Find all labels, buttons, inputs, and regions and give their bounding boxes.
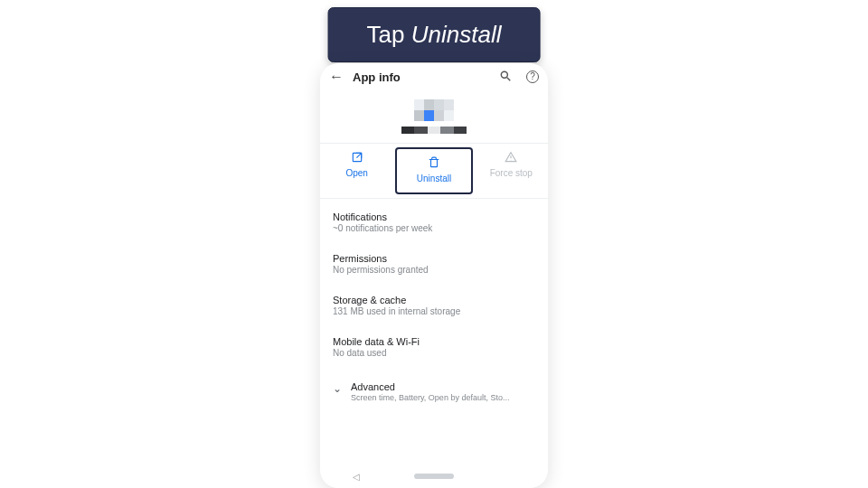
instruction-prefix: Tap	[367, 21, 411, 48]
svg-line-3	[356, 153, 361, 157]
advanced-item[interactable]: ⌄ Advanced Screen time, Battery, Open by…	[320, 372, 548, 411]
notifications-sub: ~0 notifications per week	[333, 223, 535, 233]
advanced-title: Advanced	[351, 381, 509, 392]
permissions-sub: No permissions granted	[333, 265, 535, 275]
search-icon[interactable]	[499, 70, 512, 85]
app-icon	[414, 99, 454, 121]
data-sub: No data used	[333, 348, 535, 358]
data-item[interactable]: Mobile data & Wi-Fi No data used	[333, 327, 535, 369]
instruction-banner: Tap Uninstall	[328, 7, 541, 62]
instruction-action: Uninstall	[411, 21, 502, 48]
settings-list: Notifications ~0 notifications per week …	[320, 199, 548, 372]
uninstall-label: Uninstall	[417, 174, 451, 183]
permissions-title: Permissions	[333, 253, 535, 264]
action-row: Open Uninstall Force stop	[320, 144, 548, 199]
svg-rect-4	[430, 160, 437, 167]
warning-icon	[476, 151, 546, 166]
open-button[interactable]: Open	[320, 144, 393, 198]
nav-back-icon[interactable]: ◁	[353, 472, 360, 482]
back-arrow-icon[interactable]: ←	[329, 69, 344, 85]
force-stop-label: Force stop	[490, 168, 533, 178]
open-icon	[322, 151, 392, 166]
notifications-title: Notifications	[333, 211, 535, 222]
app-bar: ← App info ?	[320, 63, 548, 92]
advanced-sub: Screen time, Battery, Open by default, S…	[351, 393, 509, 402]
help-icon[interactable]: ?	[526, 70, 539, 83]
data-title: Mobile data & Wi-Fi	[333, 336, 535, 347]
trash-icon	[399, 156, 468, 172]
open-label: Open	[345, 168, 367, 178]
nav-home-pill[interactable]	[414, 474, 454, 479]
permissions-item[interactable]: Permissions No permissions granted	[333, 244, 535, 286]
svg-point-0	[501, 71, 507, 78]
app-bar-title: App info	[353, 70, 485, 84]
force-stop-button: Force stop	[475, 144, 548, 198]
app-name	[401, 127, 467, 134]
notifications-item[interactable]: Notifications ~0 notifications per week	[333, 202, 535, 244]
app-header	[320, 92, 548, 143]
storage-item[interactable]: Storage & cache 131 MB used in internal …	[333, 286, 535, 327]
nav-bar: ◁	[320, 467, 548, 485]
storage-title: Storage & cache	[333, 295, 535, 305]
svg-line-1	[507, 77, 511, 80]
phone-frame: ← App info ? Open Uninstall	[320, 63, 548, 488]
uninstall-button[interactable]: Uninstall	[395, 147, 472, 194]
chevron-down-icon: ⌄	[333, 381, 342, 395]
storage-sub: 131 MB used in internal storage	[333, 306, 535, 316]
